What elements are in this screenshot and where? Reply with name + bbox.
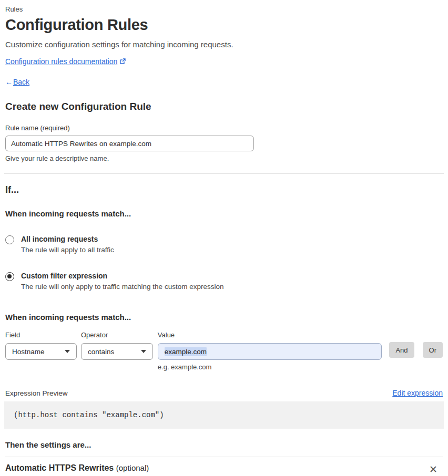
radio-option-description: The rule will apply to all traffic [21,246,114,254]
and-button[interactable]: And [389,342,414,358]
section-divider [4,173,444,174]
external-link-icon [119,58,126,66]
create-rule-heading: Create new Configuration Rule [5,101,443,112]
setting-title: Automatic HTTPS Rewrites (optional) [5,463,149,473]
match-type-label: When incoming requests match... [5,209,443,218]
documentation-link[interactable]: Configuration rules documentation [5,57,117,66]
radio-option-all-incoming-requests[interactable]: All incoming requests The rule will appl… [5,235,443,254]
or-button[interactable]: Or [423,342,443,358]
back-link-row: ←Back [5,78,443,86]
expression-preview-block: (http.host contains "example.com") [4,401,444,429]
operator-select-value: contains [88,348,114,356]
page-title: Configuration Rules [5,16,443,34]
chevron-down-icon [141,350,146,353]
setting-card-automatic-https-rewrites: Automatic HTTPS Rewrites (optional) ✕ Tu… [5,457,443,476]
then-settings-heading: Then the settings are... [5,440,443,449]
value-help-text: e.g. example.com [158,363,382,371]
close-icon[interactable]: ✕ [426,463,441,475]
breadcrumb: Rules [5,5,443,13]
rule-name-label: Rule name (required) [5,124,443,132]
expression-preview-label: Expression Preview [5,389,68,397]
operator-select[interactable]: contains [81,343,153,360]
field-select[interactable]: Hostname [5,343,77,360]
operator-label: Operator [81,331,153,339]
setting-optional-tag: (optional) [116,463,149,472]
chevron-down-icon [65,350,70,353]
back-link[interactable]: Back [13,78,29,86]
radio-unselected-icon[interactable] [5,235,14,244]
back-arrow-icon: ← [5,78,13,86]
value-input-text: example.com [165,347,207,356]
configuration-rules-page: Rules Configuration Rules Customize conf… [0,0,448,476]
expression-builder-heading: When incoming requests match... [5,313,443,322]
radio-option-custom-filter-expression[interactable]: Custom filter expression The rule will o… [5,272,443,291]
radio-option-label: Custom filter expression [21,272,223,280]
radio-selected-icon[interactable] [5,272,14,281]
edit-expression-link[interactable]: Edit expression [392,389,443,397]
radio-option-label: All incoming requests [21,235,114,243]
value-label: Value [158,331,382,339]
setting-title-name: Automatic HTTPS Rewrites [5,463,114,472]
radio-option-description: The rule will only apply to traffic matc… [21,283,223,291]
field-label: Field [5,331,77,339]
field-select-value: Hostname [12,348,45,356]
expression-code: (http.host contains "example.com") [14,411,164,419]
rule-name-help: Give your rule a descriptive name. [5,154,443,162]
value-input[interactable]: example.com [158,343,382,360]
rule-name-input[interactable] [5,136,254,151]
page-subtitle: Customize configuration settings for mat… [5,40,443,49]
if-heading: If... [5,184,443,195]
